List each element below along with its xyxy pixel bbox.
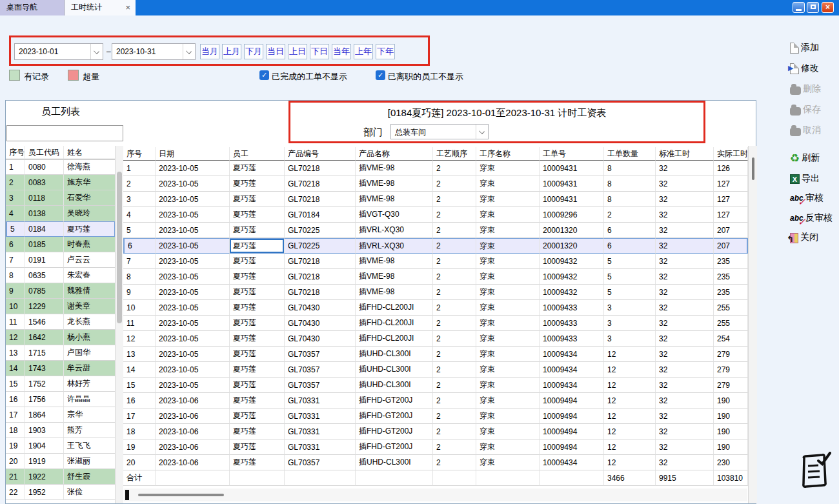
department-select[interactable]: 总装车间	[390, 124, 489, 139]
worklog-row[interactable]: 172023-10-06夏巧莲GL70331插FHD-GT200J2穿束1000…	[123, 408, 748, 424]
worklog-col-6[interactable]: 工序名称	[476, 147, 540, 161]
employee-row[interactable]: 20083施东华	[6, 175, 116, 190]
worklog-row[interactable]: 102023-10-05夏巧莲GL70430插FHD-CL200JI2穿束100…	[123, 300, 748, 316]
worklog-row[interactable]: 72023-10-05夏巧莲GL70218插VME-982穿束100094325…	[123, 254, 748, 269]
employee-row[interactable]: 121642杨小燕	[6, 330, 116, 345]
notes-icon[interactable]	[798, 452, 831, 492]
tab-close-icon[interactable]: ×	[125, 0, 130, 15]
quick-range-button-8[interactable]: 下年	[376, 44, 395, 59]
cell: 2	[433, 161, 476, 176]
worklog-row[interactable]: 122023-10-05夏巧莲GL70430插FHD-CL200JI2穿束100…	[123, 331, 748, 347]
date-to-select[interactable]: 2023-10-31	[112, 43, 196, 60]
hide-finished-orders-checkbox[interactable]: ✓	[259, 70, 269, 80]
tab-worktime-stats[interactable]: 工时统计 ×	[65, 0, 136, 15]
edit-page-button[interactable]: ▶修改	[790, 61, 819, 76]
close-window-button[interactable]: ×	[822, 2, 834, 13]
cell: 1922	[25, 469, 64, 485]
worklog-row[interactable]: 162023-10-06夏巧莲GL70331插FHD-GT200J2穿束1000…	[123, 393, 748, 408]
export-excel-button[interactable]: X导出	[790, 171, 820, 186]
worklog-col-10[interactable]: 实际工时	[714, 147, 748, 161]
employee-row[interactable]: 221952张俭	[6, 485, 116, 500]
audit-button[interactable]: abc✓审核	[790, 190, 824, 206]
employee-row[interactable]: 30118石爱华	[6, 190, 116, 206]
employee-row[interactable]: 80635朱宏春	[6, 268, 116, 283]
worklog-col-4[interactable]: 产品名称	[356, 147, 433, 161]
worklog-row[interactable]: 22023-10-05夏巧莲GL70218插VME-982穿束100094318…	[123, 176, 748, 192]
close-panel-button[interactable]: ↰关闭	[790, 230, 818, 245]
employee-row[interactable]: 111546龙长燕	[6, 314, 116, 330]
employee-row[interactable]: 90785魏雅倩	[6, 283, 116, 299]
employee-row[interactable]: 151752林好芳	[6, 376, 116, 392]
chevron-down-icon[interactable]	[183, 44, 195, 59]
worklog-row[interactable]: 192023-10-06夏巧莲GL70331插FHD-GT200J2穿束1000…	[123, 439, 748, 455]
cell: 穿束	[476, 192, 540, 207]
emp-col-code[interactable]: 员工代码	[25, 146, 64, 159]
quick-range-button-4[interactable]: 上日	[288, 44, 307, 59]
employee-row[interactable]: 70191卢云云	[6, 252, 116, 268]
quick-range-button-1[interactable]: 上月	[222, 44, 241, 59]
worklog-row[interactable]: 92023-10-05夏巧莲GL70218插VME-982穿束100094325…	[123, 285, 748, 300]
chevron-down-icon[interactable]	[476, 125, 488, 139]
hide-departed-employees-checkbox[interactable]: ✓	[376, 70, 385, 80]
employee-row[interactable]: 141743牟云甜	[6, 361, 116, 376]
refresh-button[interactable]: ♻刷新	[790, 150, 820, 166]
worklog-col-5[interactable]: 工艺顺序	[433, 147, 476, 161]
add-page-button[interactable]: 添加	[790, 40, 819, 55]
worklog-col-2[interactable]: 员工	[230, 147, 285, 161]
cell: 插FHD-GT200J	[356, 424, 433, 439]
worklog-row[interactable]: 62023-10-05夏巧莲GL70225插VRL-XQ302穿束2000132…	[123, 238, 748, 254]
employee-row[interactable]: 161756许晶晶	[6, 392, 116, 407]
tab-desktop-nav[interactable]: 桌面导航	[0, 0, 65, 15]
employee-row[interactable]: 50184夏巧莲	[6, 221, 116, 237]
quick-range-button-7[interactable]: 上年	[354, 44, 373, 59]
employee-list-scrollbar[interactable]	[115, 146, 123, 503]
employee-row[interactable]: 131715卢国华	[6, 345, 116, 361]
quick-range-button-2[interactable]: 下月	[244, 44, 263, 59]
worklog-row[interactable]: 142023-10-05夏巧莲GL70357插UHD-CL300I2穿束1000…	[123, 362, 748, 378]
sidebar-button-label: 关闭	[800, 232, 818, 242]
worklog-row[interactable]: 12023-10-05夏巧莲GL70218插VME-982穿束100094318…	[123, 161, 748, 176]
emp-col-no[interactable]: 序号	[6, 146, 25, 159]
worklog-row[interactable]: 202023-10-06夏巧莲GL70357插UHD-CL300I2穿束1000…	[123, 455, 748, 470]
employee-row[interactable]: 201919张淑丽	[6, 454, 116, 469]
employee-row[interactable]: 10080徐海燕	[6, 159, 116, 175]
unaudit-button[interactable]: abc✓反审核	[790, 210, 833, 226]
employee-row[interactable]: 171864宗华	[6, 407, 116, 423]
restore-button[interactable]	[807, 2, 819, 13]
worklog-row[interactable]: 82023-10-05夏巧莲GL70218插VME-982穿束100094325…	[123, 269, 748, 285]
worklog-col-9[interactable]: 标准工时	[656, 147, 714, 161]
minimize-button[interactable]	[793, 2, 805, 13]
worklog-row[interactable]: 152023-10-05夏巧莲GL70357插UHD-CL300I2穿束1000…	[123, 378, 748, 393]
cell: 夏巧莲	[230, 378, 285, 393]
worklog-col-0[interactable]: 序号	[123, 147, 156, 161]
employee-row[interactable]: 40138吴晓玲	[6, 206, 116, 221]
quick-range-button-0[interactable]: 当月	[200, 44, 219, 59]
worklog-col-8[interactable]: 工单数量	[604, 147, 656, 161]
cell: 230	[714, 455, 748, 470]
date-from-select[interactable]: 2023-10-01	[14, 43, 103, 60]
worklog-col-3[interactable]: 产品编号	[285, 147, 356, 161]
worklog-row[interactable]: 32023-10-05夏巧莲GL70218插VME-982穿束100094318…	[123, 192, 748, 207]
cell: 6	[6, 237, 25, 252]
employee-row[interactable]: 191904王飞飞	[6, 438, 116, 454]
worklog-row[interactable]: 132023-10-05夏巧莲GL70357插UHD-CL300I2穿束1000…	[123, 347, 748, 362]
employee-row[interactable]: 181903熊芳	[6, 423, 116, 438]
employee-row[interactable]: 60185时春燕	[6, 237, 116, 252]
quick-range-button-3[interactable]: 当日	[266, 44, 285, 59]
worklog-col-7[interactable]: 工单号	[540, 147, 604, 161]
employee-search-input[interactable]	[6, 125, 123, 141]
worklog-horizontal-scrollbar[interactable]	[124, 489, 747, 501]
cell: 7	[123, 254, 156, 269]
worklog-row[interactable]: 42023-10-05夏巧莲GL70184插VGT-Q302穿束10009296…	[123, 207, 748, 223]
worklog-table-scrollbar[interactable]	[748, 146, 757, 503]
chevron-down-icon[interactable]	[90, 44, 103, 59]
worklog-row[interactable]: 112023-10-05夏巧莲GL70430插FHD-CL200JI2穿束100…	[123, 316, 748, 331]
worklog-row[interactable]: 182023-10-06夏巧莲GL70331插FHD-GT200J2穿束1000…	[123, 424, 748, 439]
quick-range-button-6[interactable]: 当年	[332, 44, 351, 59]
emp-col-name[interactable]: 姓名	[64, 146, 116, 159]
employee-row[interactable]: 101229谢美章	[6, 299, 116, 314]
worklog-row[interactable]: 52023-10-05夏巧莲GL70225插VRL-XQ302穿束2000132…	[123, 223, 748, 238]
quick-range-button-5[interactable]: 下日	[310, 44, 329, 59]
worklog-col-1[interactable]: 日期	[156, 147, 230, 161]
employee-row[interactable]: 211922舒生霞	[6, 469, 116, 485]
